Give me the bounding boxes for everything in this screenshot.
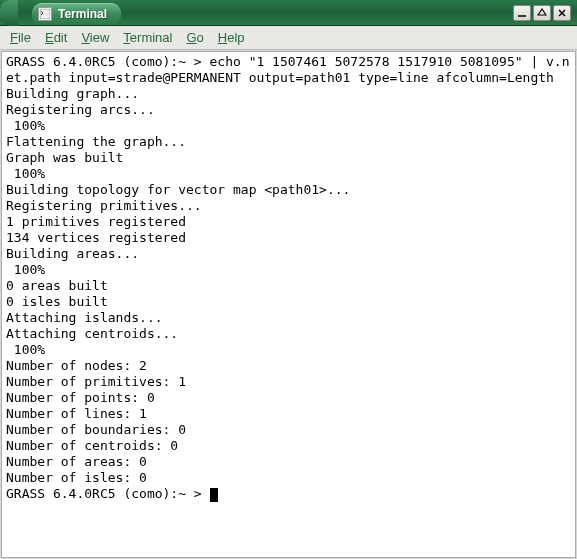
output-line: 100% [6,262,45,277]
titlebar-tab: Terminal [32,3,121,25]
output-line: Attaching centroids... [6,326,178,341]
output-line: Number of areas: 0 [6,454,147,469]
cursor [210,488,218,502]
terminal-app-icon [38,7,52,21]
output-line: 0 isles built [6,294,108,309]
output-line: Number of points: 0 [6,390,155,405]
output-line: Number of boundaries: 0 [6,422,186,437]
window-controls [513,5,571,21]
menu-view[interactable]: View [81,30,109,45]
output-line: Graph was built [6,150,123,165]
terminal-output[interactable]: GRASS 6.4.0RC5 (como):~ > echo "1 150746… [1,51,576,558]
output-line: Registering primitives... [6,198,202,213]
maximize-button[interactable] [533,5,551,21]
output-line: Registering arcs... [6,102,155,117]
output-line: 1 primitives registered [6,214,186,229]
menubar: File Edit View Terminal Go Help [0,26,577,50]
output-line: 100% [6,118,45,133]
titlebar[interactable]: Terminal [0,0,577,26]
terminal-window: Terminal File Edit View Terminal Go Help… [0,0,577,559]
output-line: Number of lines: 1 [6,406,147,421]
window-title: Terminal [58,7,107,21]
close-button[interactable] [553,5,571,21]
output-line: Number of nodes: 2 [6,358,147,373]
output-line: Building graph... [6,86,139,101]
menu-go[interactable]: Go [186,30,203,45]
menu-terminal[interactable]: Terminal [123,30,172,45]
output-line: Number of primitives: 1 [6,374,186,389]
output-line: Building topology for vector map <path01… [6,182,350,197]
output-line: Number of centroids: 0 [6,438,178,453]
output-line: 0 areas built [6,278,108,293]
output-line: Flattening the graph... [6,134,186,149]
output-line: Attaching islands... [6,310,163,325]
titlebar-curve [0,0,18,26]
output-line: Number of isles: 0 [6,470,147,485]
output-line: GRASS 6.4.0RC5 (como):~ > echo "1 150746… [6,54,570,85]
output-line: 100% [6,166,45,181]
output-line: 134 vertices registered [6,230,186,245]
output-line: Building areas... [6,246,139,261]
menu-edit[interactable]: Edit [45,30,67,45]
menu-file[interactable]: File [10,30,31,45]
minimize-button[interactable] [513,5,531,21]
prompt: GRASS 6.4.0RC5 (como):~ > [6,486,210,501]
output-line: 100% [6,342,45,357]
menu-help[interactable]: Help [218,30,245,45]
